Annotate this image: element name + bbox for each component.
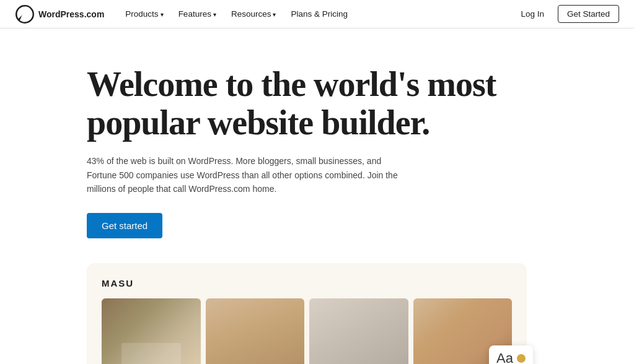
demo-site-name: MASU	[102, 278, 512, 288]
logo[interactable]: WordPress.com	[15, 4, 104, 24]
demo-section: MASU Thoughts and Acts Are What Create t…	[0, 263, 634, 364]
demo-image-books	[102, 298, 201, 364]
logo-text: WordPress.com	[38, 9, 104, 19]
hero-subtitle: 43% of the web is built on WordPress. Mo…	[87, 154, 409, 196]
demo-image-plant	[206, 298, 305, 364]
login-button[interactable]: Log In	[514, 6, 550, 22]
wordpress-logo-icon	[15, 4, 35, 24]
demo-images: Thoughts and Acts Are What Create the Va…	[102, 298, 512, 364]
demo-image-col-1: Thoughts and Acts Are What Create the Va…	[102, 298, 201, 364]
navigation: WordPress.com Products ▾ Features ▾ Reso…	[0, 0, 634, 28]
aa-dot	[517, 354, 526, 363]
get-started-nav-button[interactable]: Get Started	[558, 5, 619, 23]
chevron-down-icon: ▾	[213, 11, 216, 18]
chevron-down-icon: ▾	[273, 11, 276, 18]
demo-image-col-2: Victorious Depths Strong Abstract Sea Ph…	[206, 298, 305, 364]
aa-text: Aa	[496, 350, 513, 364]
nav-features[interactable]: Features ▾	[172, 6, 222, 22]
nav-resources[interactable]: Resources ▾	[225, 6, 283, 22]
nav-links: Products ▾ Features ▾ Resources ▾ Plans …	[119, 6, 514, 22]
get-started-button[interactable]: Get started	[87, 213, 162, 238]
chevron-down-icon: ▾	[161, 11, 164, 18]
nav-actions: Log In Get Started	[514, 5, 619, 23]
demo-image-col-3: Madness Pinnacle Contradict Oneself Conv…	[309, 298, 408, 364]
nav-plans-pricing[interactable]: Plans & Pricing	[284, 6, 354, 22]
hero-section: Welcome to the world's most popular webs…	[0, 28, 558, 263]
aa-badge: Aa	[489, 345, 533, 364]
hero-title: Welcome to the world's most popular webs…	[87, 66, 543, 142]
demo-card: MASU Thoughts and Acts Are What Create t…	[87, 263, 527, 364]
nav-products[interactable]: Products ▾	[119, 6, 169, 22]
demo-image-vase	[309, 298, 408, 364]
